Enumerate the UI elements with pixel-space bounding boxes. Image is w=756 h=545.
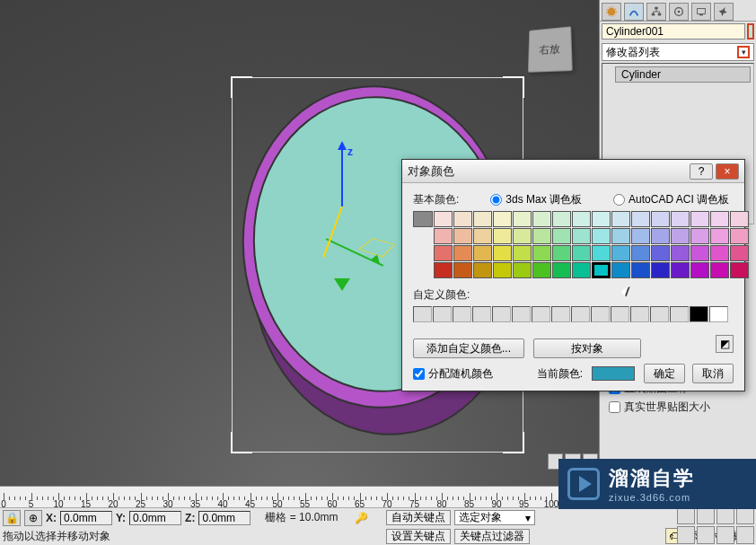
palette-cell[interactable] — [493, 245, 512, 261]
palette-cell[interactable] — [690, 211, 709, 227]
palette-cell[interactable] — [493, 211, 512, 227]
tab-hierarchy[interactable] — [646, 3, 666, 21]
palette-cell[interactable] — [434, 245, 453, 261]
palette-cell[interactable] — [611, 228, 630, 244]
custom-color-cell[interactable] — [551, 306, 570, 322]
key-filter-select[interactable]: 选定对象▾ — [454, 510, 535, 525]
real-world-checkbox[interactable]: 真实世界贴图大小 — [600, 398, 756, 417]
palette-cell[interactable] — [730, 262, 749, 278]
palette-cell[interactable] — [631, 262, 650, 278]
palette-cell[interactable] — [730, 245, 749, 261]
palette-cell[interactable] — [552, 228, 571, 244]
palette-cell[interactable] — [434, 211, 453, 227]
custom-color-cell[interactable] — [650, 306, 669, 322]
palette-cell[interactable] — [532, 211, 551, 227]
y-input[interactable] — [129, 511, 181, 525]
custom-color-cell[interactable] — [709, 306, 728, 322]
lock-selection-icon[interactable]: 🔒 — [3, 510, 21, 526]
palette-cell[interactable] — [572, 228, 591, 244]
palette-cell[interactable] — [572, 211, 591, 227]
palette-cell[interactable] — [611, 262, 630, 278]
palette-cell[interactable] — [611, 211, 630, 227]
palette-cell[interactable] — [513, 245, 532, 261]
pan-icon[interactable] — [677, 506, 695, 524]
palette-cell[interactable] — [631, 211, 650, 227]
min-max-icon[interactable] — [736, 526, 754, 544]
custom-color-cell[interactable] — [532, 306, 550, 322]
assign-random-checkbox[interactable]: 分配随机颜色 — [413, 366, 493, 382]
custom-color-cell[interactable] — [433, 306, 452, 322]
dialog-titlebar[interactable]: 对象颜色 ? × — [402, 160, 744, 183]
palette-cell[interactable] — [710, 228, 729, 244]
zoom-extents-icon[interactable] — [677, 526, 695, 544]
zoom-icon[interactable] — [697, 506, 715, 524]
modifier-list-dropdown[interactable]: 修改器列表 ▾ — [602, 43, 754, 61]
palette-cell[interactable] — [572, 245, 591, 261]
close-button[interactable]: × — [716, 163, 739, 180]
palette-cell[interactable] — [473, 211, 492, 227]
tab-motion[interactable] — [669, 3, 689, 21]
palette-cell[interactable] — [631, 245, 650, 261]
palette-cell[interactable] — [513, 211, 532, 227]
key-filter-button[interactable]: 关键点过滤器 — [454, 529, 530, 544]
palette-cell[interactable] — [651, 228, 670, 244]
palette-cell[interactable] — [453, 211, 472, 227]
auto-key-button[interactable]: 自动关键点 — [386, 510, 451, 525]
palette-cell[interactable] — [631, 228, 650, 244]
walk-icon[interactable] — [716, 526, 734, 544]
tab-create[interactable] — [602, 3, 621, 21]
custom-color-cell[interactable] — [453, 306, 471, 322]
x-input[interactable] — [60, 511, 112, 525]
viewcube[interactable]: 右放 — [528, 26, 573, 73]
radio-3dsmax-palette[interactable]: 3ds Max 调色板 — [490, 192, 582, 207]
palette-cell[interactable] — [730, 228, 749, 244]
custom-color-cell[interactable] — [512, 306, 531, 322]
palette-cell[interactable] — [552, 211, 571, 227]
set-key-button[interactable]: 设置关键点 — [386, 529, 451, 544]
palette-cell[interactable] — [730, 211, 749, 227]
radio-autocad-palette[interactable]: AutoCAD ACI 调色板 — [613, 192, 729, 207]
palette-cell[interactable] — [592, 245, 611, 261]
object-name-input[interactable] — [602, 23, 745, 40]
palette-cell[interactable] — [413, 211, 433, 227]
custom-color-cell[interactable] — [571, 306, 590, 322]
tab-modify[interactable] — [624, 3, 644, 21]
palette-cell[interactable] — [671, 245, 690, 261]
current-color-swatch[interactable] — [592, 366, 635, 381]
palette-cell[interactable] — [552, 245, 571, 261]
active-color-toggle-icon[interactable]: ◩ — [716, 335, 734, 353]
palette-cell[interactable] — [651, 262, 670, 278]
palette-cell[interactable] — [552, 262, 571, 278]
palette-cell[interactable] — [611, 245, 630, 261]
palette-cell[interactable] — [513, 228, 532, 244]
custom-color-cell[interactable] — [670, 306, 689, 322]
help-button[interactable]: ? — [690, 163, 713, 180]
palette-cell[interactable] — [434, 262, 453, 278]
palette-cell[interactable] — [690, 262, 709, 278]
palette-cell[interactable] — [592, 228, 611, 244]
palette-cell[interactable] — [671, 228, 690, 244]
palette-cell[interactable] — [592, 262, 611, 278]
palette-cell[interactable] — [513, 262, 532, 278]
palette-cell[interactable] — [532, 262, 551, 278]
palette-cell[interactable] — [453, 245, 472, 261]
fov-icon[interactable] — [697, 526, 715, 544]
palette-cell[interactable] — [532, 245, 551, 261]
palette-cell[interactable] — [493, 262, 512, 278]
palette-cell[interactable] — [453, 262, 472, 278]
time-ruler[interactable]: 0510152025303540455055606570758085909510… — [0, 486, 599, 509]
palette-cell[interactable] — [473, 262, 492, 278]
custom-color-cell[interactable] — [472, 306, 491, 322]
palette-cell[interactable] — [710, 262, 729, 278]
palette-cell[interactable] — [710, 211, 729, 227]
transform-type-icon[interactable]: ⊕ — [24, 510, 42, 526]
palette-cell[interactable] — [532, 228, 551, 244]
cancel-button[interactable]: 取消 — [692, 364, 734, 383]
palette-cell[interactable] — [572, 262, 591, 278]
custom-color-cell[interactable] — [591, 306, 610, 322]
palette-cell[interactable] — [651, 245, 670, 261]
z-input[interactable] — [198, 511, 251, 525]
palette-cell[interactable] — [690, 228, 709, 244]
palette-cell[interactable] — [434, 228, 453, 244]
palette-cell[interactable] — [473, 245, 492, 261]
